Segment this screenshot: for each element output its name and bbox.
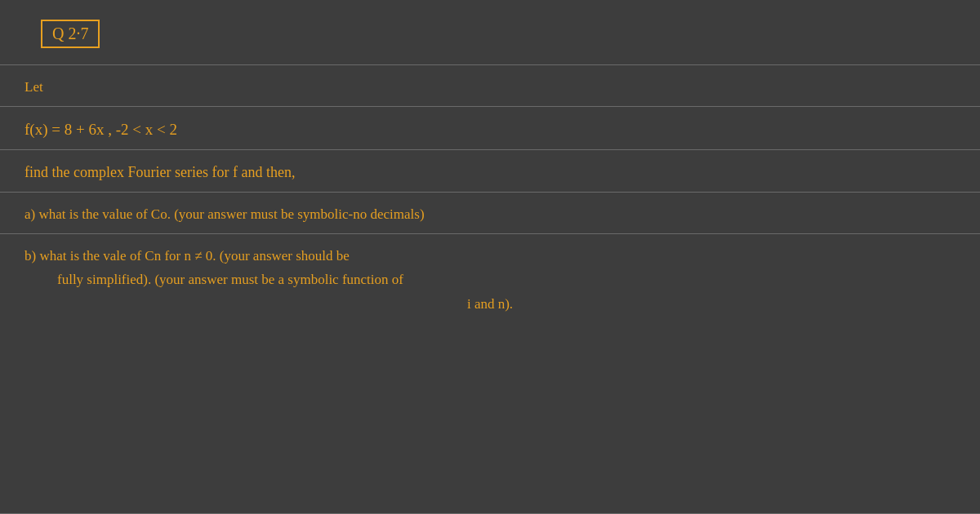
part-b-row: b) what is the vale of Cn for n ≠ 0. (yo… — [0, 234, 980, 515]
fx-text: f(x) = 8 + 6x , -2 < x < 2 — [24, 121, 177, 138]
part-b-line2: fully simplified). (your answer must be … — [57, 269, 956, 290]
part-b-line1: b) what is the vale of Cn for n ≠ 0. (yo… — [24, 246, 956, 267]
fx-row: f(x) = 8 + 6x , -2 < x < 2 — [0, 107, 980, 151]
fourier-text: find the complex Fourier series for f an… — [24, 164, 295, 180]
question-label: Q 2·7 — [41, 20, 100, 48]
let-row: Let — [0, 65, 980, 107]
let-text: Let — [24, 79, 43, 95]
part-a-row: a) what is the value of Co. (your answer… — [0, 193, 980, 234]
fourier-row: find the complex Fourier series for f an… — [0, 150, 980, 193]
part-b-line3: i and n). — [24, 294, 956, 315]
page: Q 2·7 Let f(x) = 8 + 6x , -2 < x < 2 fin… — [0, 0, 980, 514]
part-a-text: a) what is the value of Co. (your answer… — [24, 206, 425, 222]
